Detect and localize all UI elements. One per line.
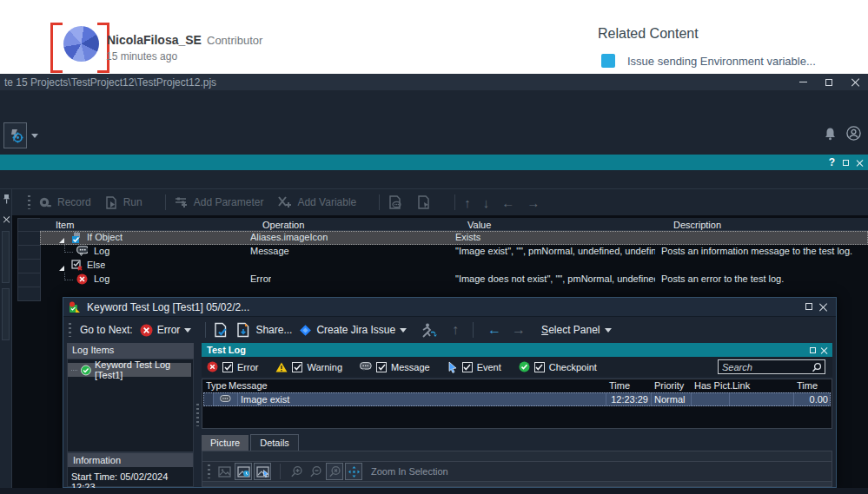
indent-left-button[interactable]: ← [501, 195, 514, 210]
else-icon [71, 260, 83, 271]
username[interactable]: NicolaFilosa_SE [107, 33, 202, 47]
view-actual-picture-button[interactable] [254, 463, 271, 480]
tab-details[interactable]: Details [250, 434, 299, 451]
tab-picture[interactable]: Picture [202, 435, 248, 451]
minimize-button[interactable] [790, 74, 816, 90]
toolbar-grip[interactable] [69, 323, 71, 337]
picture-preview-area[interactable] [202, 482, 832, 487]
kw-table-header: Item Operation Value Description [40, 218, 868, 231]
dialog-close-icon[interactable] [819, 303, 827, 311]
community-header: NicolaFilosa_SE Contributor 15 minutes a… [0, 0, 868, 74]
create-jira-label: Create Jira Issue [316, 324, 395, 336]
toolbar-grip[interactable] [28, 195, 30, 209]
app-window: te 15 Projects\TestProject12\TestProject… [0, 74, 868, 494]
filter-checkpoint[interactable]: Checkpoint [519, 361, 597, 372]
expand-icon[interactable] [59, 266, 64, 271]
zoom-in-button[interactable] [288, 463, 305, 480]
test-log-header[interactable]: Test Log [202, 343, 832, 357]
collapsed-panel-tab[interactable] [2, 288, 10, 340]
export-results-button[interactable] [213, 322, 229, 338]
view-expected-picture-button[interactable] [235, 463, 252, 480]
record-button[interactable]: Record [37, 196, 91, 208]
col-time[interactable]: Time [609, 380, 630, 391]
help-button[interactable]: ? [829, 156, 835, 168]
add-parameter-button[interactable]: Add Parameter [175, 196, 264, 208]
move-down-button[interactable]: ↓ [483, 195, 490, 210]
test-log-close-icon[interactable] [821, 347, 827, 353]
checkpoint-checkbox[interactable] [534, 362, 545, 372]
kw-row-else[interactable]: Else [40, 259, 868, 273]
expand-icon[interactable] [59, 238, 64, 243]
next-type-caret [184, 328, 191, 333]
zoom-reset-button[interactable] [326, 463, 343, 480]
doc-comment-button[interactable] [388, 195, 403, 209]
annotation-bracket-right [97, 23, 109, 73]
event-checkbox[interactable] [462, 362, 473, 372]
warning-checkbox[interactable] [292, 362, 302, 372]
column-header-description[interactable]: Description [673, 220, 721, 230]
dialog-titlebar[interactable]: Keyword Test Log [Test1] 05/02/2... [63, 298, 836, 317]
notifications-button[interactable] [824, 127, 837, 141]
log-row-image-exist[interactable]: Image exist 12:23:29 Normal 0.00 [203, 392, 831, 406]
add-variable-button[interactable]: Add Variable [277, 196, 356, 208]
close-button[interactable] [842, 74, 868, 90]
up-one-level-button[interactable]: ↑ [452, 322, 459, 338]
select-panel-button[interactable]: Select Panel [541, 324, 611, 336]
account-button[interactable] [846, 126, 861, 141]
post-timestamp: 15 minutes ago [106, 50, 177, 63]
pin-icon[interactable] [3, 194, 10, 204]
copy-picture-button[interactable] [215, 463, 233, 480]
object-spy-dropdown-caret[interactable] [31, 134, 38, 138]
filter-warning[interactable]: Warning [275, 362, 342, 372]
related-content-link[interactable]: Issue sending Environment variable... [601, 54, 816, 68]
dialog-maximize-icon[interactable] [805, 303, 812, 310]
forward-button[interactable]: → [512, 322, 526, 338]
col-priority[interactable]: Priority [654, 380, 684, 391]
col-type[interactable]: Type [206, 380, 227, 391]
search-input[interactable] [719, 362, 812, 372]
error-checkbox[interactable] [222, 362, 233, 372]
kw-row-log-error[interactable]: Log Error "Image does not exist", "", pm… [40, 273, 868, 287]
log-filter-bar: Error Warning Message [202, 357, 832, 377]
doc-export-button[interactable] [417, 195, 432, 209]
panel-splitter[interactable] [194, 343, 202, 487]
collapsed-panel-tab[interactable] [2, 231, 10, 283]
object-spy-button[interactable] [3, 122, 27, 148]
filter-event[interactable]: Event [447, 361, 501, 373]
toolbar-grip[interactable] [208, 464, 210, 478]
log-items-tree-item[interactable]: Keyword Test Log [Test1] [68, 363, 191, 377]
maximize-button[interactable] [816, 74, 842, 90]
create-jira-issue-button[interactable]: Create Jira Issue [299, 324, 407, 337]
zoom-in-selection-label: Zoom In Selection [371, 466, 448, 477]
dock-close-icon[interactable] [3, 216, 10, 222]
test-log-maximize-icon[interactable] [810, 347, 816, 353]
dialog-title: Keyword Test Log [Test1] 05/02/2... [87, 301, 249, 313]
zoom-out-button[interactable] [307, 463, 324, 480]
document-tab-bar [0, 170, 868, 189]
go-to-next-error-button[interactable]: Error [140, 324, 192, 337]
col-link[interactable]: Link [732, 380, 750, 391]
column-header-value[interactable]: Value [467, 220, 491, 230]
zoom-in-selection-button[interactable] [345, 463, 362, 480]
panel-close-icon[interactable] [857, 160, 863, 166]
avatar[interactable] [63, 26, 99, 62]
col-has-pict[interactable]: Has Pict... [694, 380, 738, 391]
run-button[interactable]: Run [105, 196, 142, 209]
move-up-button[interactable]: ↑ [464, 195, 471, 210]
error-circle-icon [207, 361, 218, 372]
run-again-button[interactable] [419, 323, 438, 338]
panel-maximize-icon[interactable] [843, 160, 849, 166]
back-button[interactable]: ← [487, 322, 501, 338]
kw-row-if-object[interactable]: If Object Aliases.imageIcon Exists [40, 231, 868, 245]
message-checkbox[interactable] [376, 362, 387, 372]
col-message[interactable]: Message [229, 380, 268, 391]
indent-right-button[interactable]: → [527, 195, 540, 210]
column-header-item[interactable]: Item [56, 220, 74, 230]
search-icon[interactable] [812, 362, 822, 372]
column-header-operation[interactable]: Operation [262, 220, 304, 230]
kw-row-log-message[interactable]: Log Message "Image exist", "", pmNormal,… [40, 245, 868, 259]
test-log-title: Test Log [207, 345, 246, 355]
filter-message[interactable]: Message [360, 362, 430, 372]
share-button[interactable]: Share... [235, 322, 292, 338]
filter-error[interactable]: Error [207, 361, 258, 372]
